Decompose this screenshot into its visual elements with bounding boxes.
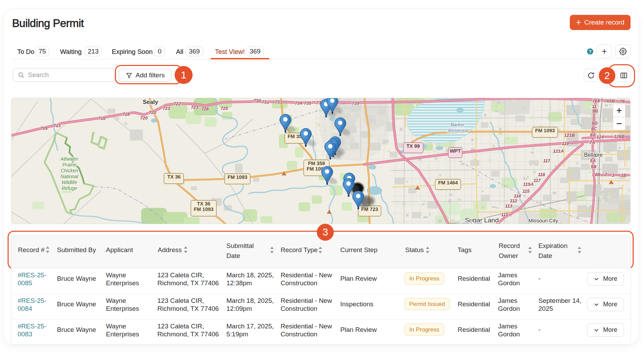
svg-text:Refuge: Refuge: [61, 185, 77, 191]
svg-text:FM 1093: FM 1093: [227, 174, 247, 180]
svg-text:9B: 9B: [592, 108, 598, 114]
svg-text:126B: 126B: [614, 134, 624, 139]
svg-text:119: 119: [562, 141, 569, 146]
svg-text:8C: 8C: [591, 126, 597, 131]
svg-text:118: 118: [538, 172, 545, 177]
svg-text:Barker: Barker: [450, 122, 465, 127]
svg-text:FM 1093: FM 1093: [535, 128, 555, 133]
svg-text:112: 112: [510, 198, 517, 203]
svg-text:720: 720: [149, 110, 156, 115]
svg-text:121A: 121A: [553, 148, 564, 154]
svg-text:723: 723: [163, 106, 170, 111]
svg-text:723: 723: [191, 105, 198, 110]
svg-text:FM 1093: FM 1093: [194, 207, 213, 212]
svg-text:5B: 5B: [591, 164, 597, 169]
svg-text:1B: 1B: [621, 173, 627, 178]
svg-text:117: 117: [543, 158, 550, 163]
svg-text:115A: 115A: [523, 182, 534, 187]
svg-text:121B: 121B: [564, 133, 575, 138]
svg-text:TX 36: TX 36: [167, 174, 181, 180]
svg-text:117: 117: [534, 178, 541, 183]
svg-text:713: 713: [53, 123, 61, 128]
svg-text:5A: 5A: [590, 158, 596, 163]
svg-text:8A: 8A: [590, 132, 596, 137]
svg-text:4B: 4B: [594, 172, 601, 177]
svg-text:764: 764: [592, 98, 600, 104]
svg-text:7A: 7A: [589, 140, 595, 145]
svg-text:Missouri City: Missouri City: [528, 218, 558, 223]
svg-text:National: National: [60, 174, 78, 179]
svg-text:Wildlife: Wildlife: [62, 180, 77, 185]
svg-text:2: 2: [604, 172, 607, 177]
svg-text:735: 735: [304, 100, 311, 106]
svg-text:Sugar Land: Sugar Land: [457, 221, 482, 224]
svg-text:113: 113: [505, 203, 513, 209]
svg-text:726: 726: [201, 106, 209, 112]
svg-text:FM 35: FM 35: [287, 134, 302, 139]
svg-text:725: 725: [221, 106, 228, 111]
svg-text:TX 36: TX 36: [197, 201, 211, 207]
svg-text:Reservoir: Reservoir: [448, 128, 469, 133]
svg-text:114: 114: [514, 193, 521, 199]
svg-text:765B: 765B: [604, 98, 615, 104]
svg-text:Bellaire: Bellaire: [584, 152, 602, 158]
svg-text:124: 124: [596, 134, 604, 140]
svg-text:WPT: WPT: [450, 148, 461, 154]
svg-text:3: 3: [612, 173, 614, 178]
svg-text:716: 716: [98, 116, 106, 121]
svg-text:115: 115: [523, 189, 530, 194]
svg-text:722: 722: [173, 101, 181, 106]
svg-text:718: 718: [122, 112, 130, 117]
svg-text:FM 1464: FM 1464: [438, 180, 458, 185]
svg-text:720: 720: [140, 115, 148, 121]
svg-text:Prairie: Prairie: [62, 162, 77, 167]
svg-text:731: 731: [262, 99, 269, 105]
svg-text:8D: 8D: [592, 121, 598, 126]
svg-text:76: 76: [620, 99, 625, 104]
svg-text:733: 733: [275, 99, 282, 105]
svg-text:TX 99: TX 99: [407, 143, 420, 149]
svg-text:Chicken: Chicken: [61, 168, 78, 173]
svg-text:709: 709: [40, 126, 48, 131]
svg-text:Sealy: Sealy: [143, 99, 158, 105]
svg-text:734: 734: [295, 100, 302, 106]
svg-text:Attwater: Attwater: [60, 156, 79, 162]
svg-text:730: 730: [253, 98, 261, 103]
svg-text:739: 739: [352, 100, 359, 106]
svg-text:111: 111: [501, 212, 508, 217]
svg-text:FM 359: FM 359: [308, 161, 325, 166]
